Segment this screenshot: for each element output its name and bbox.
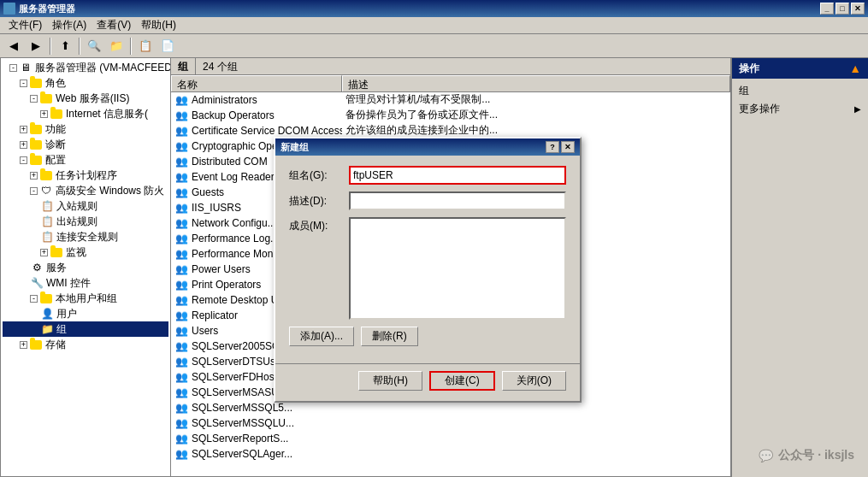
app-icon: [3, 3, 15, 15]
tree-item-monitor[interactable]: + 监视: [3, 244, 168, 260]
toolbar-search[interactable]: 🔍: [84, 37, 104, 56]
create-btn[interactable]: 创建(C): [429, 371, 495, 391]
group-icon: 👥: [174, 262, 188, 276]
tree-item-config[interactable]: - 配置: [3, 152, 168, 168]
table-row[interactable]: 👥SQLServerSQLAger...: [171, 446, 730, 462]
folder-icon7: [39, 168, 53, 182]
expand-iis[interactable]: +: [40, 110, 48, 118]
group-icon: 👥: [174, 139, 188, 153]
menu-view[interactable]: 查看(V): [92, 16, 136, 34]
table-row[interactable]: 👥Administrators管理员对计算机/域有不受限制...: [171, 92, 730, 108]
menu-action[interactable]: 操作(A): [47, 16, 92, 34]
dialog-footer: 帮助(H) 创建(C) 关闭(O): [275, 363, 580, 401]
toolbar-folders[interactable]: 📁: [106, 37, 127, 56]
desc-input[interactable]: [349, 191, 566, 210]
tree-item-iis[interactable]: + Internet 信息服务(: [3, 106, 168, 121]
tree-item-wmi[interactable]: 🔧 WMI 控件: [3, 275, 168, 291]
toolbar-forward[interactable]: ▶: [26, 37, 46, 56]
action-header: 操作 ▲: [732, 58, 868, 79]
expand-web[interactable]: -: [30, 95, 38, 103]
group-icon: 👥: [174, 216, 188, 230]
remove-member-btn[interactable]: 删除(R): [361, 327, 418, 346]
expand-diag[interactable]: +: [20, 141, 27, 149]
tree-item-diag[interactable]: + 诊断: [3, 137, 168, 152]
group-name-input[interactable]: [349, 166, 566, 185]
group-icon: 👥: [174, 355, 188, 368]
menu-help[interactable]: 帮助(H): [136, 16, 181, 34]
dialog-title-bar: 新建组 ? ✕: [275, 138, 580, 156]
group-icon: 👥: [174, 293, 188, 307]
col-name[interactable]: 名称: [171, 75, 342, 91]
action-title: 操作: [739, 62, 759, 76]
table-row[interactable]: 👥Backup Operators备份操作员为了备份或还原文件...: [171, 108, 730, 123]
tree-item-storage[interactable]: + 存储: [3, 337, 168, 352]
list-icon3: 📋: [40, 230, 54, 244]
members-label: 成员(M):: [289, 217, 349, 233]
folder-icon: [29, 76, 43, 90]
list-icon2: 📋: [40, 215, 54, 228]
member-buttons: 添加(A)... 删除(R): [289, 327, 566, 346]
expand-tasks[interactable]: +: [30, 172, 38, 180]
action-more[interactable]: 更多操作 ▶: [735, 100, 865, 118]
group-icon: 👥: [174, 324, 188, 338]
tree-item-outbound[interactable]: 📋 出站规则: [3, 214, 168, 229]
add-member-btn[interactable]: 添加(A)...: [289, 327, 354, 346]
dialog-close-footer-btn[interactable]: 关闭(O): [502, 371, 566, 391]
dialog-title-text: 新建组: [280, 141, 309, 154]
table-row[interactable]: 👥SQLServerMSSQLU...: [171, 415, 730, 431]
tree-item-services[interactable]: ⚙ 服务: [3, 260, 168, 275]
group-icon: 👥: [174, 124, 188, 138]
desc-label: 描述(D):: [289, 194, 349, 209]
expand-localusers[interactable]: -: [30, 295, 38, 303]
close-btn[interactable]: ✕: [851, 3, 865, 15]
group-icon: 👥: [174, 386, 188, 399]
toolbar-back[interactable]: ◀: [3, 37, 24, 56]
tree-item-inbound[interactable]: 📋 入站规则: [3, 198, 168, 214]
expand-roles[interactable]: -: [20, 80, 27, 87]
dialog-close-btn[interactable]: ✕: [561, 141, 575, 153]
expand-storage[interactable]: +: [20, 341, 27, 349]
tree-item-web[interactable]: - Web 服务器(IIS): [3, 91, 168, 106]
dialog-controls: ? ✕: [546, 141, 575, 153]
expand-firewall[interactable]: -: [30, 187, 38, 195]
expand-features[interactable]: +: [20, 126, 27, 133]
help-btn[interactable]: 帮助(H): [358, 371, 422, 391]
group-icon: 👥: [174, 309, 188, 322]
tree-item-firewall[interactable]: - 🛡 高级安全 Windows 防火: [3, 183, 168, 198]
group-icon: 👥: [174, 447, 188, 461]
users-icon: 👤: [40, 307, 54, 321]
members-listbox[interactable]: [349, 217, 566, 320]
tree-item-groups[interactable]: 📁 组: [3, 321, 168, 337]
minimize-btn[interactable]: _: [820, 3, 834, 15]
folder-icon6: [29, 153, 43, 167]
computer-icon: 🖥: [19, 61, 32, 74]
menu-file[interactable]: 文件(F): [3, 16, 47, 34]
col-desc[interactable]: 描述: [342, 75, 730, 91]
tree-item-connect[interactable]: 📋 连接安全规则: [3, 229, 168, 244]
tree-item-users[interactable]: 👤 用户: [3, 306, 168, 321]
column-headers: 名称 描述: [171, 75, 730, 92]
list-count: 24 个组: [196, 58, 245, 74]
maximize-btn[interactable]: □: [836, 3, 849, 15]
toolbar-views[interactable]: 📋: [135, 37, 156, 56]
members-area: 成员(M):: [289, 217, 566, 320]
expand-monitor[interactable]: +: [40, 249, 48, 256]
folder-icon8: [50, 245, 63, 259]
tree-item-root[interactable]: - 🖥 服务器管理器 (VM-MACFEEDBS).: [3, 60, 168, 75]
dialog-help-btn[interactable]: ?: [546, 141, 559, 153]
expand-root[interactable]: -: [9, 64, 17, 72]
group-icon: 👥: [174, 232, 188, 245]
expand-config[interactable]: -: [20, 156, 27, 164]
toolbar-sep1: [50, 38, 51, 55]
tree-item-tasks[interactable]: + 任务计划程序: [3, 168, 168, 183]
tree-item-localusers[interactable]: - 本地用户和组: [3, 291, 168, 306]
action-groups-label: 组: [735, 82, 865, 100]
tree-item-roles[interactable]: - 角色: [3, 75, 168, 91]
table-row[interactable]: 👥SQLServerReportS...: [171, 431, 730, 446]
toolbar-up[interactable]: ⬆: [55, 37, 75, 56]
new-group-dialog[interactable]: 新建组 ? ✕ 组名(G): 描述(D): 成员(M): 添加(A)... 删除: [274, 137, 582, 403]
watermark-icon: 💬: [759, 449, 773, 462]
toolbar-properties[interactable]: 📄: [157, 37, 178, 56]
tree-item-features[interactable]: + 功能: [3, 121, 168, 137]
action-arrow-icon: ▲: [849, 62, 861, 75]
